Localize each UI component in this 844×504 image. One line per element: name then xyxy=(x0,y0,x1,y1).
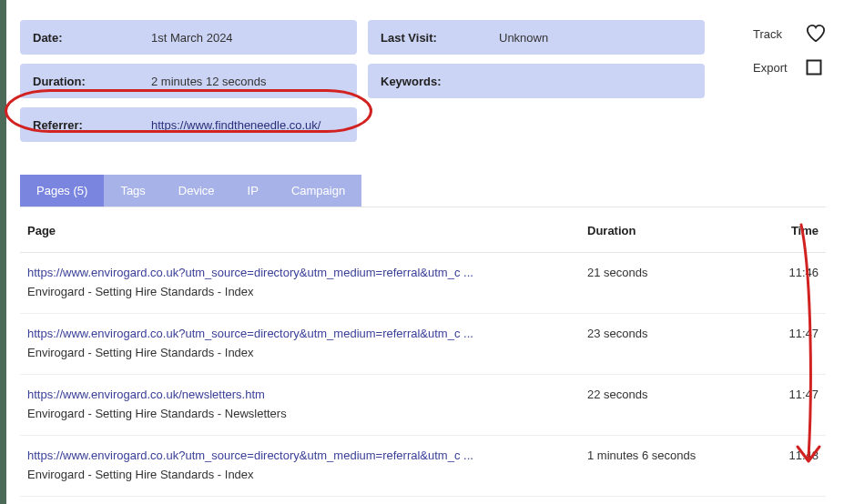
field-referrer-label: Referrer: xyxy=(33,118,151,132)
square-icon xyxy=(806,59,822,76)
field-date-label: Date: xyxy=(33,31,151,45)
table-row: https://www.envirogard.co.uk/products.ht… xyxy=(20,497,826,505)
field-duration-label: Duration: xyxy=(33,75,151,88)
table-row: https://www.envirogard.co.uk?utm_source=… xyxy=(20,253,826,314)
field-keywords: Keywords: xyxy=(368,64,705,98)
pages-table: Page Duration Time https://www.envirogar… xyxy=(20,207,826,504)
field-referrer: Referrer: https://www.findtheneedle.co.u… xyxy=(20,107,357,142)
field-duration-value: 2 minutes 12 seconds xyxy=(151,75,266,88)
row-time: 11:47 xyxy=(762,314,826,375)
row-duration: 1 minutes 6 seconds xyxy=(580,436,762,497)
field-date-value: 1st March 2024 xyxy=(151,31,233,45)
page-url[interactable]: https://www.envirogard.co.uk/newsletters… xyxy=(27,388,573,401)
row-duration: 21 seconds xyxy=(580,253,762,314)
field-lastvisit-value: Unknown xyxy=(499,31,548,45)
field-duration: Duration: 2 minutes 12 seconds xyxy=(20,64,357,98)
svg-rect-0 xyxy=(808,61,821,75)
row-time: 11:46 xyxy=(762,253,826,314)
row-duration: 23 seconds xyxy=(580,314,762,375)
row-duration: last page visited xyxy=(580,497,762,505)
export-label: Export xyxy=(753,61,798,75)
col-time: Time xyxy=(762,207,826,253)
tab-device[interactable]: Device xyxy=(162,175,231,207)
table-row: https://www.envirogard.co.uk?utm_source=… xyxy=(20,436,826,497)
page-title: Envirogard - Setting Hire Standards - In… xyxy=(27,285,254,298)
row-duration: 22 seconds xyxy=(580,375,762,436)
field-lastvisit: Last Visit: Unknown xyxy=(368,20,705,55)
page-url[interactable]: https://www.envirogard.co.uk?utm_source=… xyxy=(27,449,573,462)
tab-tags[interactable]: Tags xyxy=(104,175,161,207)
export-button[interactable]: Export xyxy=(753,59,826,76)
track-button[interactable]: Track xyxy=(753,25,826,43)
col-page: Page xyxy=(20,207,580,253)
left-stripe xyxy=(0,0,6,504)
page-url[interactable]: https://www.envirogard.co.uk?utm_source=… xyxy=(27,327,573,340)
tab-ip[interactable]: IP xyxy=(231,175,275,207)
field-lastvisit-label: Last Visit: xyxy=(381,31,499,45)
field-referrer-value[interactable]: https://www.findtheneedle.co.uk/ xyxy=(151,118,320,132)
field-keywords-label: Keywords: xyxy=(381,75,499,88)
tab-campaign[interactable]: Campaign xyxy=(275,175,361,207)
page-title: Envirogard - Setting Hire Standards - In… xyxy=(27,346,254,359)
tab-pages[interactable]: Pages (5) xyxy=(20,175,104,207)
field-date: Date: 1st March 2024 xyxy=(20,20,357,55)
page-title: Envirogard - Setting Hire Standards - Ne… xyxy=(27,407,287,420)
table-row: https://www.envirogard.co.uk/newsletters… xyxy=(20,375,826,436)
tabs: Pages (5) Tags Device IP Campaign xyxy=(20,175,826,207)
row-time: 11:49 xyxy=(762,497,826,505)
row-time: 11:48 xyxy=(762,436,826,497)
row-time: 11:47 xyxy=(762,375,826,436)
col-duration: Duration xyxy=(580,207,762,253)
page-url[interactable]: https://www.envirogard.co.uk?utm_source=… xyxy=(27,266,573,279)
heart-icon xyxy=(806,25,826,43)
track-label: Track xyxy=(753,27,798,41)
table-row: https://www.envirogard.co.uk?utm_source=… xyxy=(20,314,826,375)
visit-summary-fields: Date: 1st March 2024 Last Visit: Unknown… xyxy=(20,20,727,151)
page-title: Envirogard - Setting Hire Standards - In… xyxy=(27,468,254,481)
